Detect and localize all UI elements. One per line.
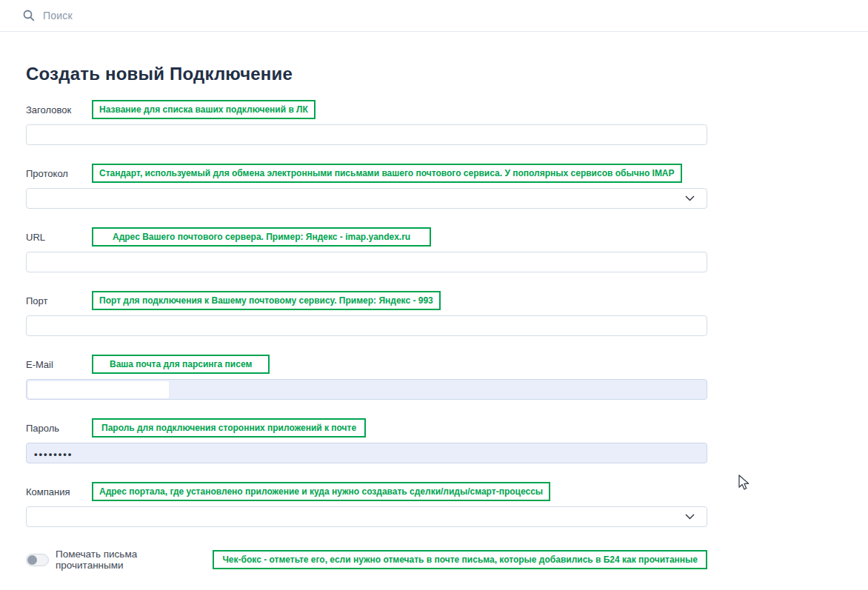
mark-read-label: Помечать письма прочитанными xyxy=(56,549,200,571)
email-field xyxy=(26,379,707,400)
mark-read-toggle[interactable] xyxy=(26,554,49,566)
field-group-title: Заголовок Название для списка ваших подк… xyxy=(26,100,707,145)
field-group-password: Пароль Пароль для подключения сторонних … xyxy=(26,418,707,463)
company-hint: Адрес портала, где установлено приложени… xyxy=(92,482,550,501)
page-title: Создать новый Подключение xyxy=(26,64,868,84)
field-group-email: E-Mail Ваша почта для парсинга писем xyxy=(26,355,707,400)
chevron-down-icon xyxy=(685,514,695,520)
field-group-protocol: Протокол Стандарт, используемый для обме… xyxy=(26,164,707,209)
protocol-label: Протокол xyxy=(26,168,92,179)
topbar: Поиск xyxy=(0,0,868,32)
company-select[interactable] xyxy=(26,506,707,527)
port-input[interactable] xyxy=(26,315,707,336)
search-icon xyxy=(23,10,35,21)
protocol-hint: Стандарт, используемый для обмена электр… xyxy=(92,164,682,183)
url-input[interactable] xyxy=(26,252,707,272)
mark-read-hint: Чек-бокс - отметьте его, если нужно отме… xyxy=(213,550,707,569)
port-hint: Порт для подключения к Вашему почтовому … xyxy=(92,291,441,310)
url-label: URL xyxy=(26,232,92,243)
password-masked-value: •••••••• xyxy=(34,448,73,459)
field-group-url: URL Адрес Вашего почтового сервера. Прим… xyxy=(26,227,707,272)
password-hint: Пароль для подключения сторонних приложе… xyxy=(92,418,366,438)
company-label: Компания xyxy=(26,486,92,497)
mark-read-row: Помечать письма прочитанными Чек-бокс - … xyxy=(26,549,707,571)
field-group-port: Порт Порт для подключения к Вашему почто… xyxy=(26,291,707,336)
toggle-knob xyxy=(27,555,37,565)
password-field: •••••••• xyxy=(26,443,707,463)
main-content: Создать новый Подключение Заголовок Назв… xyxy=(0,32,868,571)
search-input[interactable]: Поиск xyxy=(43,10,73,21)
port-label: Порт xyxy=(26,295,92,306)
email-hint: Ваша почта для парсинга писем xyxy=(92,355,270,374)
field-group-company: Компания Адрес портала, где установлено … xyxy=(26,482,707,527)
title-input[interactable] xyxy=(26,124,707,145)
title-hint: Название для списка ваших подключений в … xyxy=(92,100,316,119)
redacted-email-value xyxy=(28,381,169,398)
connection-form: Заголовок Название для списка ваших подк… xyxy=(26,100,707,571)
password-label: Пароль xyxy=(26,423,92,434)
email-label: E-Mail xyxy=(26,359,92,370)
url-hint: Адрес Вашего почтового сервера. Пример: … xyxy=(92,227,431,247)
chevron-down-icon xyxy=(685,195,695,201)
protocol-select[interactable] xyxy=(26,188,707,209)
title-label: Заголовок xyxy=(26,104,92,115)
